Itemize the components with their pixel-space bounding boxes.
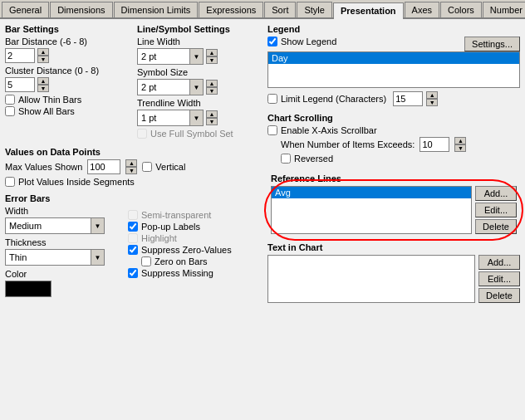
bar-distance-up[interactable]: ▲	[37, 48, 49, 56]
bar-distance-row: ▲ ▼	[5, 48, 130, 63]
symbol-size-arrow[interactable]: ▼	[189, 80, 203, 95]
show-legend-label: Show Legend	[281, 37, 336, 46]
bar-distance-input[interactable]	[5, 48, 35, 63]
limit-up[interactable]: ▲	[426, 91, 438, 99]
error-color-label: Color	[5, 269, 121, 279]
suppress-missing-checkbox[interactable]	[128, 268, 138, 278]
ref-lines-delete-btn[interactable]: Delete	[475, 219, 517, 234]
limit-legend-checkbox[interactable]	[267, 94, 277, 104]
ref-lines-item-avg[interactable]: Avg	[272, 187, 471, 198]
tab-axes[interactable]: Axes	[405, 2, 439, 17]
text-in-chart-listbox[interactable]	[267, 255, 475, 303]
popup-labels-label: Pop-up Labels	[141, 222, 200, 232]
tab-colors[interactable]: Colors	[440, 2, 482, 17]
trendline-width-row: 1 pt ▼ ▲ ▼	[137, 110, 262, 126]
reference-lines-wrapper: Reference Lines Avg Add... Edit... Delet…	[267, 170, 520, 237]
max-values-input[interactable]	[87, 159, 120, 174]
line-width-spinbtns: ▲ ▼	[206, 49, 218, 64]
popup-labels-checkbox[interactable]	[128, 222, 138, 232]
line-width-down[interactable]: ▼	[206, 56, 218, 64]
tab-presentation[interactable]: Presentation	[333, 2, 404, 19]
enable-x-axis-checkbox[interactable]	[267, 125, 277, 135]
line-width-arrow[interactable]: ▼	[189, 49, 203, 64]
right-panel: Legend Show Legend Settings... Day Limit…	[267, 24, 520, 413]
show-all-bars-checkbox[interactable]	[5, 106, 15, 116]
symbol-size-dropdown[interactable]: 2 pt ▼	[137, 79, 204, 95]
text-delete-btn[interactable]: Delete	[478, 288, 520, 303]
trendline-up[interactable]: ▲	[206, 110, 218, 118]
ref-lines-buttons: Add... Edit... Delete	[475, 186, 517, 234]
max-values-up[interactable]: ▲	[125, 159, 137, 167]
symbol-size-down[interactable]: ▼	[206, 87, 218, 95]
error-thickness-value: Thin	[6, 252, 91, 262]
show-legend-checkbox[interactable]	[267, 37, 277, 46]
ref-lines-edit-btn[interactable]: Edit...	[475, 203, 517, 217]
show-all-bars-label: Show All Bars	[18, 106, 75, 116]
text-in-chart-buttons: Add... Edit... Delete	[478, 255, 520, 303]
allow-thin-bars-checkbox[interactable]	[5, 95, 15, 105]
text-edit-btn[interactable]: Edit...	[478, 271, 520, 286]
suppress-zero-row: Suppress Zero-Values	[128, 245, 262, 255]
bar-settings-col: Bar Settings Bar Distance (-6 - 8) ▲ ▼ C…	[5, 24, 130, 140]
options-col: Semi-transparent Pop-up Labels Highlight…	[128, 193, 262, 413]
bar-distance-down[interactable]: ▼	[37, 56, 49, 63]
highlight-checkbox[interactable]	[128, 233, 138, 243]
cluster-distance-up[interactable]: ▲	[37, 77, 49, 85]
exceeds-up[interactable]: ▲	[454, 137, 466, 144]
reversed-checkbox[interactable]	[281, 154, 291, 164]
cluster-distance-down[interactable]: ▼	[37, 85, 49, 92]
trendline-width-label: Trendline Width	[137, 98, 262, 108]
semi-transparent-label: Semi-transparent	[141, 210, 211, 220]
bar-settings-title: Bar Settings	[5, 24, 130, 34]
plot-inside-checkbox[interactable]	[5, 177, 15, 187]
top-settings-row: Bar Settings Bar Distance (-6 - 8) ▲ ▼ C…	[5, 24, 262, 140]
tab-dimension-limits[interactable]: Dimension Limits	[114, 2, 199, 17]
text-add-btn[interactable]: Add...	[478, 255, 520, 270]
max-values-down[interactable]: ▼	[125, 167, 137, 174]
error-color-swatch[interactable]	[5, 281, 52, 297]
exceeds-down[interactable]: ▼	[454, 144, 466, 152]
legend-settings-btn[interactable]: Settings...	[464, 37, 520, 51]
limit-down[interactable]: ▼	[426, 99, 438, 106]
scrolling-title: Chart Scrolling	[267, 113, 520, 123]
exceeds-input[interactable]	[420, 137, 449, 152]
tab-bar: General Dimensions Dimension Limits Expr…	[0, 0, 525, 19]
error-thickness-dropdown[interactable]: Thin ▼	[5, 249, 105, 266]
ref-lines-title: Reference Lines	[271, 173, 517, 183]
tab-general[interactable]: General	[2, 2, 49, 17]
error-width-value: Medium	[6, 221, 91, 231]
legend-item-day[interactable]: Day	[268, 52, 519, 64]
tab-sort[interactable]: Sort	[264, 2, 296, 17]
limit-legend-input[interactable]	[393, 91, 423, 106]
legend-title: Legend	[267, 24, 520, 34]
tab-expressions[interactable]: Expressions	[199, 2, 263, 17]
cluster-distance-label: Cluster Distance (0 - 8)	[5, 66, 130, 76]
cluster-distance-input[interactable]	[5, 77, 35, 92]
error-width-arrow[interactable]: ▼	[91, 218, 104, 233]
error-thickness-arrow[interactable]: ▼	[91, 250, 104, 265]
tab-number[interactable]: Number	[483, 2, 525, 17]
bar-distance-label: Bar Distance (-6 - 8)	[5, 37, 130, 46]
suppress-zero-checkbox[interactable]	[128, 245, 138, 255]
line-width-up[interactable]: ▲	[206, 49, 218, 56]
trendline-down[interactable]: ▼	[206, 118, 218, 125]
tab-style[interactable]: Style	[297, 2, 331, 17]
zero-on-bars-label: Zero on Bars	[155, 256, 208, 266]
semi-transparent-checkbox[interactable]	[128, 210, 138, 220]
text-in-chart-title: Text in Chart	[267, 242, 520, 252]
ref-lines-add-btn[interactable]: Add...	[475, 186, 517, 201]
zero-on-bars-checkbox[interactable]	[141, 256, 151, 266]
error-thickness-label: Thickness	[5, 237, 121, 247]
limit-legend-row: Limit Legend (Characters) ▲ ▼	[267, 91, 520, 106]
trendline-width-arrow[interactable]: ▼	[189, 110, 203, 125]
vertical-checkbox[interactable]	[142, 162, 152, 172]
use-full-symbol-checkbox[interactable]	[137, 129, 147, 139]
legend-listbox[interactable]: Day	[267, 51, 520, 88]
symbol-size-up[interactable]: ▲	[206, 80, 218, 87]
semi-transparent-row: Semi-transparent	[128, 210, 262, 220]
error-width-dropdown[interactable]: Medium ▼	[5, 217, 105, 234]
ref-lines-listbox[interactable]: Avg	[271, 186, 472, 234]
trendline-width-dropdown[interactable]: 1 pt ▼	[137, 110, 204, 126]
tab-dimensions[interactable]: Dimensions	[50, 2, 112, 17]
line-width-dropdown[interactable]: 2 pt ▼	[137, 48, 204, 65]
